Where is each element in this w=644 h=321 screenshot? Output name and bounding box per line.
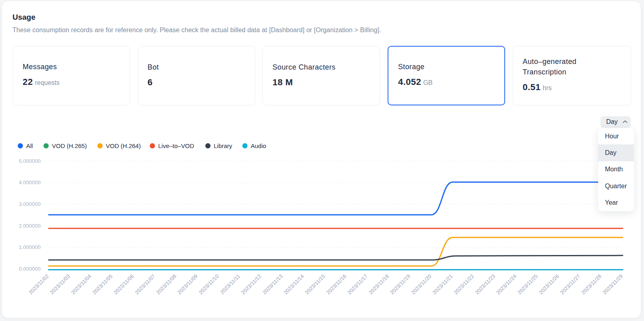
svg-text:2023/11/12: 2023/11/12 (240, 273, 262, 296)
svg-text:2023/11/26: 2023/11/26 (538, 273, 560, 296)
svg-text:2023/11/24: 2023/11/24 (495, 273, 518, 296)
svg-text:5.000000: 5.000000 (19, 158, 41, 164)
svg-text:2.000000: 2.000000 (19, 223, 41, 229)
svg-text:2023/11/18: 2023/11/18 (367, 273, 390, 296)
svg-text:2023/11/22: 2023/11/22 (452, 273, 475, 296)
svg-text:2023/11/13: 2023/11/13 (261, 273, 284, 296)
svg-text:2023/11/23: 2023/11/23 (474, 273, 496, 296)
svg-text:2023/11/06: 2023/11/06 (112, 273, 135, 296)
svg-text:2023/11/09: 2023/11/09 (176, 273, 199, 296)
svg-text:2023/11/29: 2023/11/29 (601, 273, 624, 296)
svg-text:2023/11/27: 2023/11/27 (559, 273, 582, 296)
svg-text:2023/11/07: 2023/11/07 (134, 273, 156, 296)
svg-text:2023/11/28: 2023/11/28 (580, 273, 603, 296)
svg-text:2023/11/16: 2023/11/16 (325, 273, 348, 296)
svg-text:2023/11/02: 2023/11/02 (27, 273, 50, 296)
svg-text:2023/11/15: 2023/11/15 (304, 273, 326, 296)
svg-text:2023/11/20: 2023/11/20 (410, 273, 433, 296)
svg-text:0.000000: 0.000000 (19, 266, 41, 272)
svg-text:2023/11/03: 2023/11/03 (49, 273, 71, 296)
svg-text:1.000000: 1.000000 (19, 244, 41, 250)
svg-text:4.000000: 4.000000 (19, 179, 41, 185)
svg-text:2023/11/19: 2023/11/19 (389, 273, 411, 296)
svg-text:2023/11/25: 2023/11/25 (516, 273, 539, 296)
svg-text:2023/11/05: 2023/11/05 (91, 273, 114, 296)
svg-text:2023/11/11: 2023/11/11 (219, 273, 241, 295)
svg-text:2023/11/08: 2023/11/08 (155, 273, 178, 296)
svg-text:2023/11/14: 2023/11/14 (283, 273, 305, 296)
svg-text:2023/11/04: 2023/11/04 (70, 273, 93, 296)
svg-text:2023/11/17: 2023/11/17 (346, 273, 369, 296)
svg-text:3.000000: 3.000000 (19, 201, 41, 207)
svg-text:2023/11/10: 2023/11/10 (198, 273, 220, 296)
svg-text:2023/11/21: 2023/11/21 (431, 273, 454, 296)
